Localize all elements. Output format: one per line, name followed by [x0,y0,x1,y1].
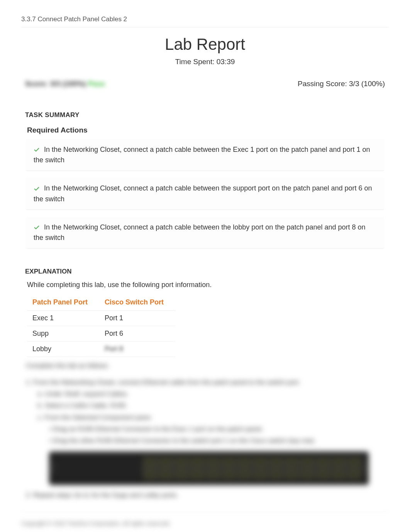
blurred-line: Complete this lab as follows: [26,361,384,371]
blurred-line: • Drag the other RJ45 Ethernet Connector… [26,436,384,446]
blurred-explanation: Complete this lab as follows: 1. From th… [26,361,384,500]
action-text: In the Networking Closet, connect a patc… [34,146,370,164]
table-cell: Port 6 [99,326,175,342]
action-item: In the Networking Closet, connect a patc… [26,217,384,248]
table-cell: Exec 1 [27,311,99,326]
switch-image [49,452,369,485]
blurred-line: 1. From the Networking Closet, connect E… [26,377,384,388]
check-icon [34,184,40,194]
table-cell: Lobby [27,342,99,357]
blurred-line: • Drag an RJ45 Ethernet Connector to the… [26,424,384,434]
table-row: Supp Port 6 [27,326,175,342]
action-text: In the Networking Closet, connect a patc… [34,184,372,202]
table-cell: Port 1 [99,311,175,326]
divider-top [21,27,389,27]
task-summary-header: TASK SUMMARY [25,111,385,119]
table-cell-blurred: Port 8 [99,342,175,357]
action-item: In the Networking Closet, connect a patc… [26,139,384,171]
check-icon [34,145,40,155]
pass-badge: Pass [88,80,105,88]
check-icon [34,223,40,233]
port-table: Patch Panel Port Cisco Switch Port Exec … [27,294,175,357]
action-text: In the Networking Closet, connect a patc… [34,223,366,241]
score-text: Score: 3/3 (100%) [25,80,88,88]
blurred-line: b. Select a Cat5e Cable, RJ45. [26,401,384,411]
time-spent: Time Spent: 03:39 [21,58,389,66]
copyright-footer: Copyright © 2022 TestOut Corporation. Al… [21,520,389,527]
blurred-line: 2. Repeat steps 1b-1c for the Supp and L… [26,490,384,500]
table-header-patch: Patch Panel Port [27,294,99,311]
action-item: In the Networking Closet, connect a patc… [26,178,384,209]
table-row: Lobby Port 8 [27,342,175,357]
breadcrumb: 3.3.7 Connect Patch Panel Cables 2 [21,15,389,23]
table-row: Exec 1 Port 1 [27,311,175,326]
blurred-line: c. From the Selected Component pane: [26,413,384,423]
explanation-header: EXPLANATION [25,268,385,275]
required-actions-label: Required Actions [27,126,383,134]
score-earned: Score: 3/3 (100%) Pass [25,80,105,88]
explanation-intro: While completing this lab, use the follo… [27,281,383,289]
divider-bottom [21,512,389,512]
passing-score: Passing Score: 3/3 (100%) [298,80,385,88]
table-header-cisco: Cisco Switch Port [99,294,175,311]
table-cell: Supp [27,326,99,342]
page-title: Lab Report [21,35,389,54]
blurred-line: a. Under Shelf, expand Cables. [26,389,384,399]
